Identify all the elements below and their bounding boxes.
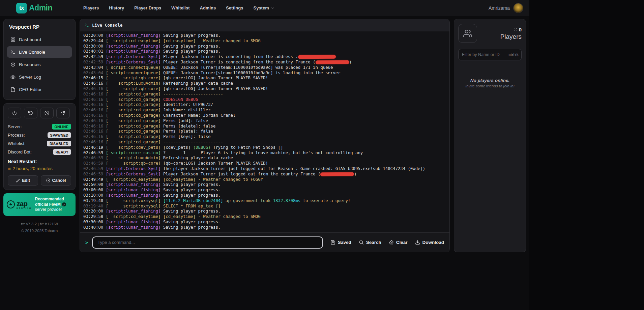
players-panel: 0 Players ctrl+k No players online. Invi… — [454, 19, 526, 252]
nav-item-player-drops[interactable]: Player Drops — [134, 5, 161, 10]
status-badge: SPAWNED — [48, 132, 71, 138]
console-output[interactable]: 02:20:00 [script:lunar_fishing] Saving p… — [80, 31, 449, 232]
console-line: 03:20:00 [script:lunar_fishing] Saving p… — [83, 209, 446, 214]
cancel-restart-button[interactable]: Cancel — [41, 175, 71, 186]
avatar[interactable] — [513, 3, 523, 13]
edit-label: Edit — [22, 178, 30, 183]
console-line: 02:40:01 [script:lunar_fishing] Saving p… — [83, 49, 446, 54]
saved-button[interactable]: Saved — [330, 240, 351, 245]
terminal-icon — [85, 23, 89, 27]
sidebar-item-resources[interactable]: Resources — [7, 59, 72, 70]
console-line: 02:46:15 [ script:qb-core] [qb-core:LOG]… — [83, 76, 446, 81]
sidebar-item-cfg-editor[interactable]: CFG Editor — [7, 84, 72, 95]
username[interactable]: Amrizama — [489, 5, 510, 11]
restart-actions: Edit Cancel — [8, 175, 71, 186]
zap-word: zap — [17, 200, 32, 207]
status-row-whitelist: Whitelist:DISABLED — [8, 141, 71, 146]
announce-icon — [61, 111, 65, 115]
sidebar-item-label: Server Log — [19, 75, 41, 80]
nav-item-whitelist[interactable]: Whitelist — [171, 5, 189, 10]
nav-item-settings[interactable]: Settings — [226, 5, 243, 10]
console-line: 02:50:00 [script:lunar_fishing] Saving p… — [83, 182, 446, 188]
logo-text: Admin — [29, 3, 52, 12]
console-line: 02:42:59 [script:Cerberus_Syst] Player J… — [83, 54, 446, 60]
console-line: 02:46:59 [ script:qb-core] [qb-core:LOG]… — [83, 161, 446, 166]
redaction-mark — [298, 55, 336, 59]
nav-item-players[interactable]: Players — [83, 5, 99, 10]
console-line: 02:46:59 [script:Cerberus_Syst] The play… — [83, 166, 446, 172]
console-action-label: Download — [422, 240, 444, 245]
sidebar-item-label: Live Console — [19, 50, 45, 55]
status-row-server: Server:ONLINE — [8, 124, 71, 130]
server-controls-panel: Server:ONLINEProcess:SPAWNEDWhitelist:DI… — [3, 103, 76, 190]
nav-item-history[interactable]: History — [109, 5, 124, 10]
status-badge: ONLINE — [52, 124, 71, 130]
console-line: 02:46:16 [ script:cd_garage] Identifier:… — [83, 102, 446, 108]
console-line: 02:46:19 [ script:cdev_pets] [cdev_pets]… — [83, 145, 446, 150]
console-action-label: Search — [366, 240, 381, 245]
console-line: 02:46:16 [ script:cd_garage] -----------… — [83, 140, 446, 145]
status-label: Process: — [8, 133, 25, 138]
server-menu-panel: Vespucci RP DashboardLive ConsoleResourc… — [3, 19, 76, 100]
nav-item-label: Admins — [200, 5, 216, 10]
server-name: Vespucci RP — [9, 24, 70, 30]
server-control-buttons — [8, 108, 71, 118]
server-status-list: Server:ONLINEProcess:SPAWNEDWhitelist:DI… — [8, 124, 71, 155]
stop-server-button[interactable] — [8, 108, 21, 118]
command-input[interactable] — [92, 236, 323, 249]
people-icon — [463, 29, 472, 38]
nav-item-system[interactable]: System — [253, 5, 274, 10]
console-line: 03:00:00 [script:lunar_fishing] Saving p… — [83, 188, 446, 193]
copyright: © 2019-2025 Tabarra — [3, 227, 76, 234]
sidebar-item-live-console[interactable]: Live Console — [7, 46, 72, 58]
console-line: 02:46:16 [ script:cd_garage] Perms [keys… — [83, 134, 446, 140]
empty-state-title: No players online. — [458, 78, 522, 83]
console-line: 02:46:59 [ script:LuxuAdmin] Refreshing … — [83, 156, 446, 161]
verified-check-icon — [62, 202, 66, 206]
announce-button[interactable] — [56, 108, 70, 118]
nav-item-admins[interactable]: Admins — [200, 5, 216, 10]
console-line: 03:40:00 [script:lunar_fishing] Saving p… — [83, 225, 446, 230]
console-line: 02:46:16 [ script:cd_garage] CODESIGN DE… — [83, 97, 446, 103]
console-actions: SavedSearchClearDownload — [323, 240, 444, 245]
player-filter-wrap: ctrl+k — [458, 49, 522, 60]
status-badge: READY — [53, 149, 71, 155]
console-line: 02:46:16 [ script:cd_garage] Character N… — [83, 113, 446, 118]
kill-server-button[interactable] — [40, 108, 54, 118]
console-line: 02:43:04 [ script:connectqueue] QUEUE: J… — [83, 71, 446, 76]
nav-item-label: Whitelist — [171, 5, 189, 10]
eraser-icon — [389, 240, 394, 245]
sidebar-item-server-log[interactable]: Server Log — [7, 71, 72, 83]
zap-line3: server provider — [35, 207, 62, 212]
txadmin-app: tx Admin PlayersHistoryPlayer DropsWhite… — [0, 0, 529, 310]
nav-item-label: Player Drops — [134, 5, 161, 10]
next-restart-value: in 2 hours, 20 minutes — [8, 166, 71, 171]
clear-button[interactable]: Clear — [389, 240, 408, 245]
redaction-mark — [315, 60, 349, 64]
zap-hosting-banner[interactable]: zap HOSTING Recommended official FiveM s… — [3, 193, 76, 216]
restart-server-button[interactable] — [24, 108, 37, 118]
eye-icon — [10, 75, 16, 80]
players-empty-state: No players online. Invite some friends t… — [458, 78, 522, 88]
search-button[interactable]: Search — [359, 240, 381, 245]
main-nav: PlayersHistoryPlayer DropsWhitelistAdmin… — [83, 5, 275, 10]
next-restart-heading: Next Restart: — [8, 159, 71, 164]
person-icon — [514, 27, 518, 31]
circle-x-icon — [46, 178, 50, 182]
console-line: 02:30:00 [script:lunar_fishing] Saving p… — [83, 44, 446, 49]
download-button[interactable]: Download — [415, 240, 444, 245]
console-line: 02:46:16 [ script:cd_garage] Perms [add]… — [83, 118, 446, 124]
status-row-discord-bot: Discord Bot:READY — [8, 149, 71, 155]
sidebar-item-dashboard[interactable]: Dashboard — [7, 34, 72, 45]
zap-hosting-label: HOSTING — [17, 207, 32, 209]
console-line: 02:42:59 [script:Cerberus_Syst] Player J… — [83, 60, 446, 65]
nav-item-label: Settings — [226, 5, 243, 10]
power-icon — [12, 111, 17, 115]
edit-restart-button[interactable]: Edit — [8, 175, 38, 186]
main-content: Vespucci RP DashboardLive ConsoleResourc… — [0, 16, 529, 310]
console-line: 02:46:16 [ script:cd_garage] Perms [plat… — [83, 129, 446, 134]
console-line: 02:43:04 [ script:connectqueue] QUEUE: J… — [83, 65, 446, 71]
txadmin-logo[interactable]: tx Admin — [16, 3, 52, 13]
package-icon — [10, 62, 16, 67]
players-summary: 0 Players — [458, 24, 522, 43]
